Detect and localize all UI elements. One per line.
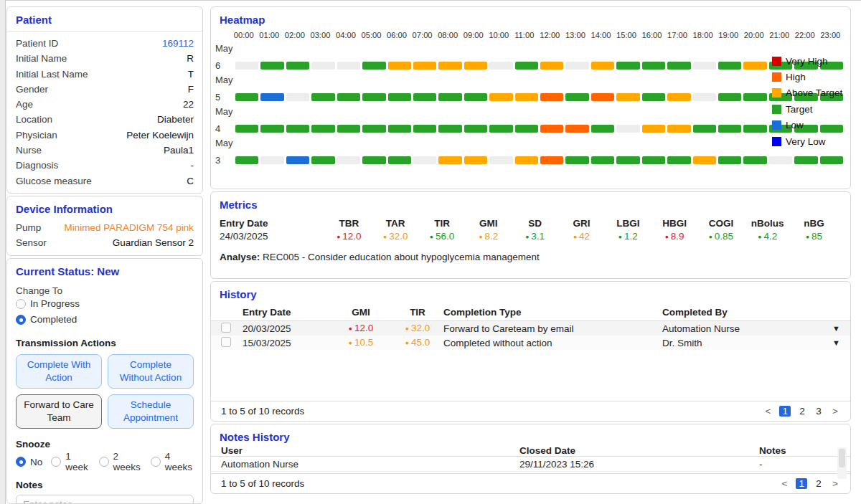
heatmap-cell[interactable] — [235, 62, 258, 70]
chevron-down-icon[interactable]: ▼ — [819, 338, 840, 347]
heatmap-cell[interactable] — [743, 156, 766, 164]
snooze-option-4-weeks[interactable]: 4 weeks — [151, 454, 194, 470]
heatmap-cell[interactable] — [438, 125, 461, 133]
heatmap-cell[interactable] — [438, 156, 461, 164]
heatmap-cell[interactable] — [616, 156, 639, 164]
heatmap-cell[interactable] — [464, 93, 487, 101]
heatmap-cell[interactable] — [337, 93, 360, 101]
heatmap-cell[interactable] — [642, 62, 665, 70]
snooze-option-2-weeks[interactable]: 2 weeks — [99, 454, 142, 470]
chevron-down-icon[interactable]: ▼ — [819, 324, 840, 333]
schedule-appointment-button[interactable]: Schedule Appointment — [108, 394, 194, 429]
heatmap-cell[interactable] — [489, 62, 512, 70]
heatmap-cell[interactable] — [286, 156, 309, 164]
heatmap-cell[interactable] — [769, 156, 792, 164]
heatmap-cell[interactable] — [311, 93, 334, 101]
pagination-next[interactable]: > — [830, 406, 840, 417]
pagination-prev[interactable]: < — [763, 406, 773, 417]
heatmap-cell[interactable] — [565, 62, 588, 70]
pagination-next[interactable]: > — [830, 478, 840, 489]
heatmap-cell[interactable] — [565, 93, 588, 101]
heatmap-cell[interactable] — [515, 62, 538, 70]
heatmap-cell[interactable] — [616, 125, 639, 133]
heatmap-cell[interactable] — [718, 156, 741, 164]
heatmap-cell[interactable] — [515, 93, 538, 101]
status-option-in-progress[interactable]: In Progress — [16, 296, 194, 312]
heatmap-cell[interactable] — [286, 93, 309, 101]
heatmap-cell[interactable] — [515, 125, 538, 133]
pagination-page-1[interactable]: 1 — [779, 406, 791, 417]
heatmap-cell[interactable] — [565, 125, 588, 133]
heatmap-cell[interactable] — [235, 125, 258, 133]
heatmap-cell[interactable] — [591, 156, 614, 164]
row-checkbox[interactable] — [221, 337, 231, 347]
heatmap-cell[interactable] — [489, 93, 512, 101]
forward-to-care-team-button[interactable]: Forward to Care Team — [16, 394, 102, 429]
heatmap-cell[interactable] — [311, 125, 334, 133]
heatmap-cell[interactable] — [388, 93, 411, 101]
heatmap-cell[interactable] — [718, 125, 741, 133]
heatmap-cell[interactable] — [337, 62, 360, 70]
heatmap-cell[interactable] — [591, 125, 614, 133]
heatmap-cell[interactable] — [794, 156, 817, 164]
heatmap-cell[interactable] — [438, 62, 461, 70]
snooze-option-1-week[interactable]: 1 week — [51, 454, 90, 470]
heatmap-cell[interactable] — [693, 125, 716, 133]
heatmap-cell[interactable] — [260, 156, 283, 164]
heatmap-cell[interactable] — [820, 156, 843, 164]
heatmap-cell[interactable] — [693, 62, 716, 70]
heatmap-cell[interactable] — [464, 125, 487, 133]
heatmap-cell[interactable] — [286, 62, 309, 70]
snooze-option-no[interactable]: No — [16, 454, 42, 470]
heatmap-cell[interactable] — [388, 156, 411, 164]
heatmap-cell[interactable] — [667, 125, 690, 133]
heatmap-cell[interactable] — [286, 125, 309, 133]
pagination-page-3[interactable]: 3 — [814, 406, 824, 417]
heatmap-cell[interactable] — [362, 125, 385, 133]
heatmap-cell[interactable] — [743, 125, 766, 133]
heatmap-cell[interactable] — [540, 125, 563, 133]
heatmap-cell[interactable] — [693, 93, 716, 101]
heatmap-cell[interactable] — [260, 125, 283, 133]
heatmap-cell[interactable] — [718, 93, 741, 101]
heatmap-cell[interactable] — [413, 93, 436, 101]
heatmap-cell[interactable] — [362, 93, 385, 101]
heatmap-cell[interactable] — [489, 156, 512, 164]
heatmap-cell[interactable] — [515, 156, 538, 164]
heatmap-cell[interactable] — [540, 156, 563, 164]
heatmap-cell[interactable] — [718, 62, 741, 70]
status-option-completed[interactable]: Completed — [16, 312, 194, 328]
heatmap-cell[interactable] — [260, 93, 283, 101]
heatmap-cell[interactable] — [311, 156, 334, 164]
heatmap-cell[interactable] — [591, 62, 614, 70]
heatmap-cell[interactable] — [438, 93, 461, 101]
heatmap-cell[interactable] — [540, 93, 563, 101]
heatmap-cell[interactable] — [464, 156, 487, 164]
row-checkbox[interactable] — [221, 323, 231, 333]
notes-history-scrollbar[interactable] — [837, 447, 847, 479]
heatmap-cell[interactable] — [362, 156, 385, 164]
heatmap-cell[interactable] — [693, 156, 716, 164]
heatmap-cell[interactable] — [413, 62, 436, 70]
heatmap-cell[interactable] — [565, 156, 588, 164]
heatmap-cell[interactable] — [667, 93, 690, 101]
pagination-prev[interactable]: < — [779, 478, 789, 489]
heatmap-cell[interactable] — [388, 62, 411, 70]
heatmap-cell[interactable] — [743, 93, 766, 101]
heatmap-cell[interactable] — [642, 125, 665, 133]
heatmap-cell[interactable] — [591, 93, 614, 101]
pagination-page-1[interactable]: 1 — [796, 478, 807, 489]
patient-field-value[interactable]: 169112 — [162, 36, 194, 51]
pagination-page-2[interactable]: 2 — [797, 406, 807, 417]
heatmap-cell[interactable] — [235, 93, 258, 101]
complete-without-action-button[interactable]: Complete Without Action — [108, 354, 194, 389]
heatmap-cell[interactable] — [642, 156, 665, 164]
heatmap-cell[interactable] — [337, 125, 360, 133]
heatmap-cell[interactable] — [667, 156, 690, 164]
heatmap-cell[interactable] — [489, 125, 512, 133]
heatmap-cell[interactable] — [413, 125, 436, 133]
heatmap-cell[interactable] — [642, 93, 665, 101]
heatmap-cell[interactable] — [362, 62, 385, 70]
heatmap-cell[interactable] — [311, 62, 334, 70]
pagination-page-2[interactable]: 2 — [814, 478, 824, 489]
